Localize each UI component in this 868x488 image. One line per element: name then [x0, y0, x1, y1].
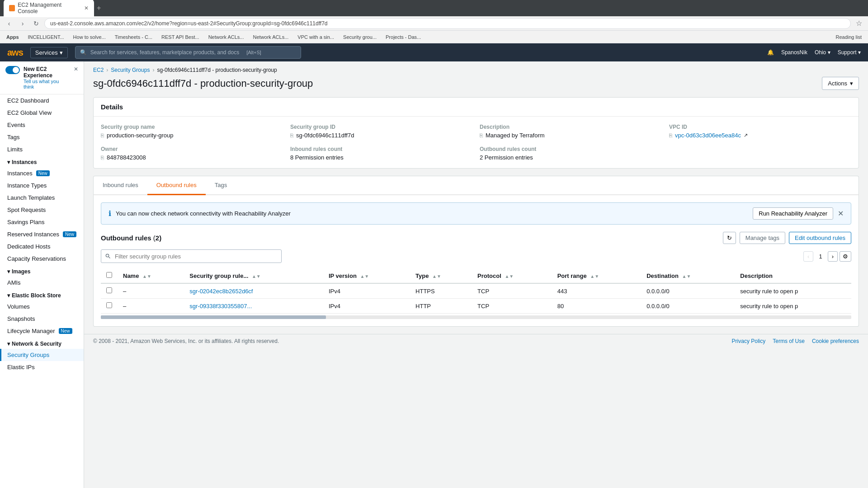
next-page-btn[interactable]: ›: [828, 251, 838, 262]
tab-outbound-rules[interactable]: Outbound rules: [147, 176, 206, 195]
bookmark-3[interactable]: Timesheets - C...: [112, 33, 155, 41]
sidebar-item-amis[interactable]: AMIs: [0, 277, 84, 289]
table-settings-btn[interactable]: ⚙: [840, 251, 851, 262]
bookmark-9[interactable]: Projects - Das...: [383, 33, 424, 41]
copy-sg-name-icon[interactable]: ⎘: [101, 132, 104, 139]
bookmark-apps[interactable]: Apps: [4, 33, 22, 41]
close-banner-btn[interactable]: ✕: [838, 209, 844, 218]
sidebar-item-volumes[interactable]: Volumes: [0, 300, 84, 313]
select-all-checkbox[interactable]: [106, 272, 112, 278]
external-link-icon: ↗: [744, 132, 748, 138]
sidebar-section-images[interactable]: ▾ Images: [0, 265, 84, 277]
aws-logo[interactable]: aws: [7, 47, 23, 58]
edit-outbound-rules-btn[interactable]: Edit outbound rules: [789, 232, 851, 244]
new-experience-sub[interactable]: Tell us what you think: [24, 79, 70, 89]
name-sort-icon: ▲▼: [142, 274, 151, 279]
prev-page-btn[interactable]: ‹: [803, 251, 813, 262]
sidebar-section-ebs[interactable]: ▾ Elastic Block Store: [0, 289, 84, 300]
search-icon: 🔍: [80, 49, 87, 56]
sidebar-item-tags[interactable]: Tags: [0, 131, 84, 143]
vpc-id-link[interactable]: vpc-0d63c3d06ee5ea84c: [675, 132, 741, 139]
col-destination[interactable]: Destination ▲▼: [641, 268, 735, 283]
new-tab-btn[interactable]: +: [97, 4, 101, 12]
row-select-1[interactable]: [106, 302, 112, 308]
sidebar-item-instance-types[interactable]: Instance Types: [0, 179, 84, 192]
details-grid-row1: Security group name ⎘ production-securit…: [101, 124, 851, 139]
aws-search-bar[interactable]: 🔍 Search for services, features, marketp…: [75, 46, 301, 59]
bookmark-2[interactable]: How to solve...: [71, 33, 108, 41]
col-protocol[interactable]: Protocol ▲▼: [472, 268, 552, 283]
services-menu-btn[interactable]: Services ▾: [30, 47, 68, 58]
sidebar-item-launch-templates[interactable]: Launch Templates: [0, 192, 84, 204]
copy-owner-icon[interactable]: ⎘: [101, 155, 104, 161]
refresh-rules-btn[interactable]: ↻: [723, 232, 736, 244]
footer-cookies-link[interactable]: Cookie preferences: [812, 338, 859, 344]
forward-btn[interactable]: ›: [17, 18, 28, 29]
sidebar-section-instances[interactable]: ▾ Instances: [0, 155, 84, 167]
sidebar-item-security-groups[interactable]: Security Groups: [0, 349, 84, 361]
actions-button[interactable]: Actions ▾: [822, 77, 859, 90]
bookmarks-bar: Apps INCELLIGENT... How to solve... Time…: [0, 31, 868, 43]
bookmark-5[interactable]: Network ACLs...: [206, 33, 247, 41]
breadcrumb-security-groups[interactable]: Security Groups: [111, 67, 150, 73]
copy-desc-icon[interactable]: ⎘: [480, 132, 483, 139]
reload-btn[interactable]: ↻: [31, 18, 42, 29]
ebs-chevron-icon: ▾: [7, 292, 10, 299]
footer-privacy-link[interactable]: Privacy Policy: [732, 338, 766, 344]
footer-terms-link[interactable]: Terms of Use: [773, 338, 805, 344]
close-tab-icon[interactable]: ✕: [84, 5, 89, 11]
col-ip-version[interactable]: IP version ▲▼: [323, 268, 410, 283]
col-name[interactable]: Name ▲▼: [118, 268, 184, 283]
notifications-icon[interactable]: 🔔: [767, 49, 774, 56]
bookmark-btn[interactable]: ☆: [854, 18, 864, 29]
sidebar-item-events[interactable]: Events: [0, 119, 84, 131]
col-type[interactable]: Type ▲▼: [410, 268, 472, 283]
sidebar-item-elastic-ips[interactable]: Elastic IPs: [0, 361, 84, 373]
sidebar-item-reserved-instances[interactable]: Reserved Instances New: [0, 228, 84, 240]
row-select-0[interactable]: [106, 287, 112, 293]
reading-list-btn[interactable]: Reading list: [833, 33, 864, 41]
bookmark-4[interactable]: REST API Best...: [159, 33, 202, 41]
col-rule-id[interactable]: Security group rule... ▲▼: [184, 268, 323, 283]
address-bar[interactable]: us-east-2.console.aws.amazon.com/ec2/v2/…: [44, 18, 851, 29]
detail-sg-name: Security group name ⎘ production-securit…: [101, 124, 283, 139]
tab-inbound-rules[interactable]: Inbound rules: [94, 176, 147, 195]
copy-vpc-icon[interactable]: ⎘: [669, 132, 672, 139]
info-banner-text: You can now check network connectivity w…: [116, 210, 748, 217]
region-btn[interactable]: Ohio ▾: [815, 49, 830, 56]
rules-actions: ↻ Manage tags Edit outbound rules: [723, 232, 851, 244]
table-scrollbar[interactable]: [101, 315, 851, 319]
sidebar-item-ec2-global-view[interactable]: EC2 Global View: [0, 107, 84, 119]
copy-sg-id-icon[interactable]: ⎘: [290, 132, 293, 139]
sidebar-item-dedicated-hosts[interactable]: Dedicated Hosts: [0, 240, 84, 253]
sidebar-item-capacity-reservations[interactable]: Capacity Reservations: [0, 253, 84, 265]
browser-tab[interactable]: EC2 Management Console ✕: [4, 0, 94, 17]
sidebar-section-network-security[interactable]: ▾ Network & Security: [0, 337, 84, 349]
back-btn[interactable]: ‹: [4, 18, 14, 29]
bookmark-8[interactable]: Security grou...: [340, 33, 379, 41]
breadcrumb-ec2[interactable]: EC2: [93, 67, 104, 73]
close-new-exp-icon[interactable]: ✕: [74, 66, 78, 72]
filter-rules-input[interactable]: [101, 249, 282, 263]
cell-protocol-0: TCP: [472, 283, 552, 299]
sidebar-item-snapshots[interactable]: Snapshots: [0, 313, 84, 325]
run-reachability-analyzer-btn[interactable]: Run Reachability Analyzer: [753, 207, 833, 220]
bookmark-7[interactable]: VPC with a sin...: [295, 33, 337, 41]
sidebar-item-savings-plans[interactable]: Savings Plans: [0, 216, 84, 228]
detail-outbound-count: Outbound rules count 2 Permission entrie…: [480, 146, 662, 161]
section-chevron-icon: ▾: [7, 159, 10, 165]
sidebar-item-ec2-dashboard[interactable]: EC2 Dashboard: [0, 94, 84, 107]
manage-tags-btn[interactable]: Manage tags: [740, 232, 785, 244]
bookmark-1[interactable]: INCELLIGENT...: [25, 33, 67, 41]
tab-tags[interactable]: Tags: [206, 176, 236, 195]
sidebar-item-spot-requests[interactable]: Spot Requests: [0, 204, 84, 216]
user-menu-btn[interactable]: SpanosNik: [781, 49, 807, 56]
col-port-range[interactable]: Port range ▲▼: [552, 268, 641, 283]
sidebar-item-limits[interactable]: Limits: [0, 143, 84, 155]
sidebar-item-lifecycle-manager[interactable]: Lifecycle Manager New: [0, 325, 84, 337]
sidebar-item-instances[interactable]: Instances New: [0, 167, 84, 179]
bookmark-6[interactable]: Network ACLs...: [250, 33, 291, 41]
support-btn[interactable]: Support ▾: [838, 49, 861, 56]
new-experience-toggle[interactable]: [5, 66, 20, 74]
owner-value: 848788423008: [107, 154, 146, 161]
